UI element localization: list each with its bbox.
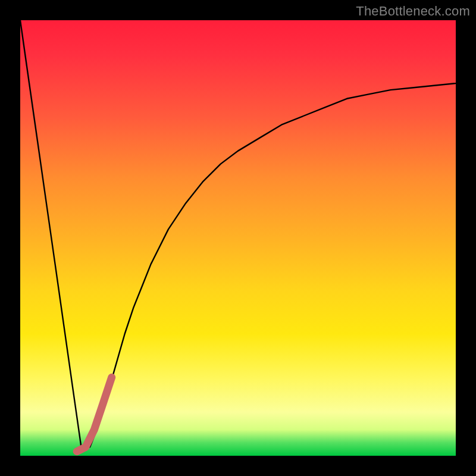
plot-area [20,20,456,456]
bottleneck-curve [20,20,456,447]
highlight-segment [77,377,112,452]
chart-frame: TheBottleneck.com [0,0,476,476]
watermark-text: TheBottleneck.com [356,4,470,19]
curve-layer [20,20,456,456]
